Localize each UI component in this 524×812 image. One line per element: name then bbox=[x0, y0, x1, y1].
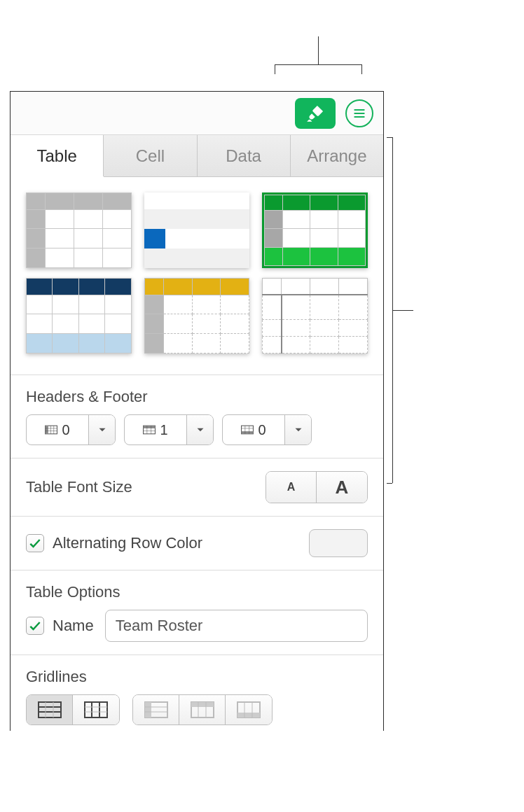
tab-arrange[interactable]: Arrange bbox=[291, 135, 383, 176]
svg-rect-38 bbox=[237, 713, 260, 718]
footer-rows-value: 0 bbox=[258, 422, 266, 438]
alternating-row-checkbox[interactable]: Alternating Row Color bbox=[26, 534, 202, 552]
alternating-row-color-well[interactable] bbox=[309, 529, 368, 557]
annotation-leader bbox=[387, 137, 392, 138]
inspector-tabs: Table Cell Data Arrange bbox=[11, 135, 383, 177]
panel-menu-button[interactable] bbox=[345, 99, 373, 127]
annotation-leader bbox=[387, 483, 392, 484]
footer-rows-icon bbox=[241, 424, 254, 436]
body-horizontal-gridlines-button[interactable] bbox=[27, 695, 73, 724]
headers-footer-title: Headers & Footer bbox=[26, 388, 368, 406]
alternating-row-section: Alternating Row Color bbox=[11, 517, 383, 570]
table-style-6[interactable] bbox=[262, 278, 368, 354]
grid-footer-row-icon bbox=[237, 701, 261, 718]
annotation-leader bbox=[361, 64, 362, 74]
header-rows-dropdown[interactable] bbox=[186, 415, 213, 444]
grid-header-row-icon bbox=[191, 701, 214, 718]
table-style-1[interactable] bbox=[26, 192, 132, 268]
table-style-grid bbox=[11, 177, 383, 375]
header-rows-icon bbox=[143, 424, 156, 436]
footer-rows-stepper[interactable]: 0 bbox=[222, 414, 312, 445]
svg-rect-15 bbox=[242, 431, 254, 434]
body-vertical-gridlines-button[interactable] bbox=[73, 695, 119, 724]
table-name-label: Name bbox=[53, 617, 94, 635]
format-brush-button[interactable] bbox=[295, 98, 336, 129]
table-style-4[interactable] bbox=[26, 278, 132, 354]
tab-table[interactable]: Table bbox=[11, 135, 104, 176]
table-style-5[interactable] bbox=[144, 278, 250, 354]
header-gridlines-segmented bbox=[132, 694, 273, 725]
checkmark-icon bbox=[28, 536, 42, 550]
format-inspector-panel: Table Cell Data Arrange Headers & Footer bbox=[10, 91, 384, 731]
chevron-down-icon bbox=[194, 424, 207, 436]
gridlines-section: Gridlines bbox=[11, 655, 383, 731]
paintbrush-icon bbox=[305, 104, 325, 123]
font-size-increase-button[interactable]: A bbox=[317, 472, 367, 503]
svg-rect-4 bbox=[46, 426, 48, 434]
table-options-title: Table Options bbox=[26, 583, 368, 601]
checkmark-icon bbox=[28, 619, 42, 633]
table-options-section: Table Options Name bbox=[11, 570, 383, 655]
table-font-size-title: Table Font Size bbox=[26, 478, 132, 496]
font-size-decrease-button[interactable]: A bbox=[266, 472, 317, 503]
chevron-down-icon bbox=[292, 424, 305, 436]
svg-rect-19 bbox=[39, 702, 61, 718]
grid-vertical-icon bbox=[84, 701, 108, 718]
svg-rect-10 bbox=[144, 426, 156, 428]
table-name-input[interactable] bbox=[105, 610, 368, 642]
grid-horizontal-icon bbox=[38, 701, 62, 718]
annotation-leader bbox=[275, 64, 275, 74]
annotation-leader bbox=[318, 36, 319, 64]
header-row-gridlines-button[interactable] bbox=[179, 695, 226, 724]
alternating-row-label: Alternating Row Color bbox=[53, 534, 202, 552]
table-style-2[interactable] bbox=[144, 192, 250, 268]
footer-row-gridlines-button[interactable] bbox=[226, 695, 272, 724]
header-columns-icon bbox=[45, 424, 57, 436]
body-gridlines-segmented bbox=[26, 694, 120, 725]
annotation-leader bbox=[275, 64, 361, 65]
headers-footer-section: Headers & Footer 0 1 bbox=[11, 375, 383, 458]
tab-cell[interactable]: Cell bbox=[104, 135, 197, 176]
grid-header-col-icon bbox=[144, 701, 168, 718]
header-columns-stepper[interactable]: 0 bbox=[26, 414, 116, 445]
header-column-gridlines-button[interactable] bbox=[133, 695, 179, 724]
menu-lines-icon bbox=[352, 106, 366, 120]
svg-rect-30 bbox=[145, 702, 151, 718]
header-columns-value: 0 bbox=[62, 422, 69, 438]
chevron-down-icon bbox=[96, 424, 109, 436]
header-columns-dropdown[interactable] bbox=[88, 415, 115, 444]
header-rows-stepper[interactable]: 1 bbox=[124, 414, 214, 445]
gridlines-title: Gridlines bbox=[26, 668, 368, 686]
svg-rect-24 bbox=[85, 702, 107, 718]
font-size-segmented: A A bbox=[266, 471, 368, 503]
table-font-size-section: Table Font Size A A bbox=[11, 458, 383, 517]
header-rows-value: 1 bbox=[160, 422, 167, 438]
table-name-checkbox[interactable]: Name bbox=[26, 617, 94, 635]
svg-rect-34 bbox=[191, 702, 214, 707]
table-style-3[interactable] bbox=[262, 192, 368, 268]
toolbar bbox=[11, 92, 383, 135]
tab-data[interactable]: Data bbox=[198, 135, 291, 176]
footer-rows-dropdown[interactable] bbox=[284, 415, 311, 444]
annotation-leader bbox=[392, 310, 413, 311]
